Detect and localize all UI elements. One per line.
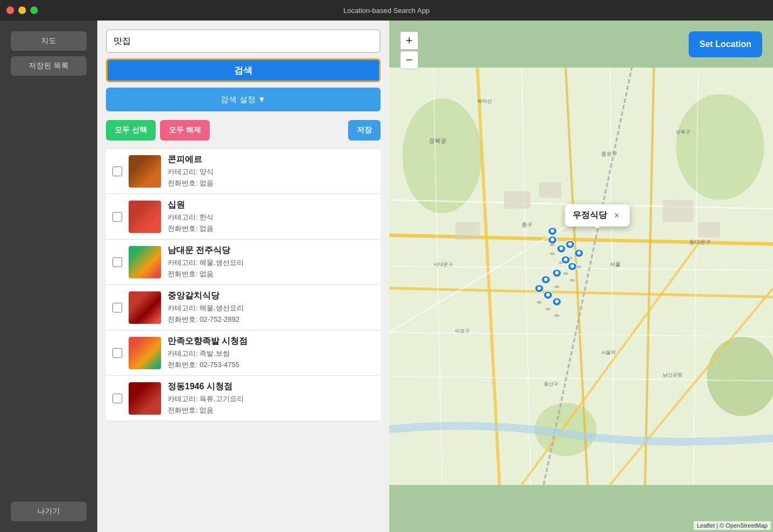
- list-item[interactable]: 남대문 전주식당 카테고리: 해물,생선요리 전화번호: 없음: [106, 240, 381, 285]
- svg-point-54: [544, 277, 548, 281]
- result-thumbnail: [129, 291, 161, 324]
- content-panel: 검색 검색 설정 ▼ 모두 선택 모두 해제 저장 콘피에르 카테고리: 양식 …: [97, 21, 389, 532]
- result-checkbox[interactable]: [112, 212, 122, 222]
- svg-point-58: [537, 287, 541, 290]
- svg-rect-26: [698, 222, 720, 238]
- result-checkbox[interactable]: [112, 303, 122, 312]
- zoom-out-button[interactable]: −: [400, 51, 418, 69]
- result-thumbnail: [129, 201, 161, 233]
- popup-name: 우정식당: [572, 210, 607, 221]
- svg-point-45: [576, 265, 582, 268]
- result-name: 콘피에르: [168, 154, 214, 165]
- svg-point-49: [570, 279, 575, 282]
- map-popup: 우정식당 ×: [565, 204, 630, 227]
- result-info: 콘피에르 카테고리: 양식 전화번호: 없음: [168, 154, 214, 188]
- popup-close-button[interactable]: ×: [611, 210, 622, 221]
- result-name: 만족오향족발 시청점: [168, 336, 248, 347]
- svg-text:서울역: 서울역: [601, 350, 616, 355]
- svg-point-44: [568, 242, 572, 246]
- sidebar-item-map[interactable]: 지도: [11, 31, 86, 51]
- map-controls: + −: [400, 31, 418, 69]
- svg-point-56: [551, 229, 555, 233]
- close-button[interactable]: [6, 6, 14, 14]
- main-layout: 지도 저장된 목록 나가기 검색 검색 설정 ▼ 모두 선택 모두 해제 저장 …: [0, 21, 773, 532]
- maximize-button[interactable]: [30, 6, 38, 14]
- result-checkbox[interactable]: [112, 348, 122, 358]
- svg-point-55: [550, 244, 555, 247]
- svg-rect-24: [455, 222, 479, 240]
- svg-text:용산구: 용산구: [544, 381, 558, 387]
- result-thumbnail: [129, 382, 161, 415]
- result-category: 카테고리: 해물,생선요리: [168, 258, 244, 268]
- svg-point-60: [547, 293, 550, 297]
- svg-point-2: [676, 94, 764, 200]
- svg-point-47: [563, 272, 569, 275]
- svg-point-52: [555, 271, 559, 275]
- list-item[interactable]: 콘피에르 카테고리: 양식 전화번호: 없음: [106, 148, 381, 194]
- result-category: 카테고리: 양식: [168, 167, 214, 177]
- svg-point-1: [402, 98, 482, 213]
- svg-point-51: [554, 285, 559, 288]
- result-phone: 전화번호: 없음: [168, 405, 244, 415]
- titlebar: Location-based Search App: [0, 0, 773, 21]
- sidebar-item-saved[interactable]: 저장된 목록: [11, 56, 86, 76]
- sidebar: 지도 저장된 목록 나가기: [0, 21, 97, 532]
- list-item[interactable]: 만족오향족발 시청점 카테고리: 족발,보쌈 전화번호: 02-753-4755: [106, 330, 381, 376]
- result-name: 정동1946 시청점: [168, 381, 244, 393]
- results-list: 콘피에르 카테고리: 양식 전화번호: 없음 십원 카테고리: 한식 전화번호:…: [106, 148, 381, 523]
- result-thumbnail: [129, 337, 161, 369]
- result-phone: 전화번호: 02-752-2892: [168, 315, 244, 324]
- result-phone: 전화번호: 없음: [168, 269, 244, 279]
- result-name: 십원: [168, 200, 214, 211]
- sidebar-exit-button[interactable]: 나가기: [11, 502, 86, 521]
- deselect-all-button[interactable]: 모두 해제: [160, 120, 210, 141]
- app-title: Location-based Search App: [343, 6, 430, 15]
- result-info: 중앙갈치식당 카테고리: 해물,생선요리 전화번호: 02-752-2892: [168, 290, 244, 324]
- svg-rect-23: [539, 182, 561, 198]
- result-checkbox[interactable]: [112, 257, 122, 267]
- result-phone: 전화번호: 없음: [168, 224, 214, 234]
- result-info: 정동1946 시청점 카테고리: 육류,고기요리 전화번호: 없음: [168, 381, 244, 415]
- svg-text:동대문구: 동대문구: [689, 239, 711, 245]
- result-category: 카테고리: 육류,고기요리: [168, 394, 244, 404]
- zoom-in-button[interactable]: +: [400, 31, 418, 50]
- svg-rect-25: [663, 200, 694, 222]
- svg-text:마포구: 마포구: [455, 328, 470, 334]
- result-name: 중앙갈치식당: [168, 290, 244, 302]
- list-item[interactable]: 정동1946 시청점 카테고리: 육류,고기요리 전화번호: 없음: [106, 376, 381, 421]
- svg-text:서울: 서울: [610, 261, 621, 267]
- search-input[interactable]: [106, 29, 381, 53]
- svg-rect-22: [504, 191, 530, 209]
- svg-point-39: [550, 252, 555, 255]
- svg-text:종로구: 종로구: [601, 151, 617, 157]
- svg-point-50: [570, 264, 574, 268]
- svg-point-59: [545, 308, 551, 310]
- search-settings-button[interactable]: 검색 설정 ▼: [106, 88, 381, 111]
- map-area: 경복궁 북악산 종로구 성북구 중구 서대문구 서울 동대문구 마포구 서울역 …: [389, 21, 773, 532]
- minimize-button[interactable]: [18, 6, 26, 14]
- result-category: 카테고리: 족발,보쌈: [168, 349, 248, 358]
- result-checkbox[interactable]: [112, 167, 122, 176]
- result-info: 만족오향족발 시청점 카테고리: 족발,보쌈 전화번호: 02-753-4755: [168, 336, 248, 370]
- set-location-button[interactable]: Set Location: [689, 31, 762, 57]
- list-item[interactable]: 중앙갈치식당 카테고리: 해물,생선요리 전화번호: 02-752-2892: [106, 285, 381, 330]
- titlebar-buttons: [6, 6, 38, 14]
- svg-text:서대문구: 서대문구: [434, 262, 453, 267]
- result-category: 카테고리: 한식: [168, 212, 214, 222]
- svg-point-61: [554, 314, 559, 317]
- search-button[interactable]: 검색: [106, 58, 381, 82]
- list-item[interactable]: 십원 카테고리: 한식 전화번호: 없음: [106, 194, 381, 240]
- result-phone: 전화번호: 02-753-4755: [168, 360, 248, 370]
- result-info: 십원 카테고리: 한식 전화번호: 없음: [168, 200, 214, 234]
- select-all-button[interactable]: 모두 선택: [106, 120, 156, 141]
- svg-point-42: [559, 247, 563, 250]
- save-button[interactable]: 저장: [348, 120, 381, 141]
- svg-point-40: [551, 238, 555, 242]
- svg-point-57: [537, 301, 542, 304]
- result-checkbox[interactable]: [112, 394, 122, 403]
- svg-text:남산공원: 남산공원: [663, 372, 682, 377]
- svg-point-62: [555, 300, 559, 303]
- result-category: 카테고리: 해물,생선요리: [168, 303, 244, 313]
- result-name: 남대문 전주식당: [168, 245, 244, 256]
- result-thumbnail: [129, 155, 161, 188]
